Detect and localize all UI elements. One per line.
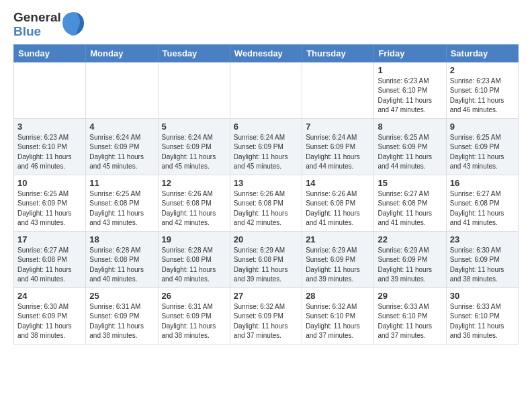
day-number: 6 xyxy=(234,122,298,132)
day-number: 12 xyxy=(162,178,226,188)
calendar-day-cell: 7Sunrise: 6:24 AM Sunset: 6:09 PM Daylig… xyxy=(302,118,374,175)
day-number: 16 xyxy=(450,178,515,188)
calendar-table: SundayMondayTuesdayWednesdayThursdayFrid… xyxy=(13,44,519,345)
day-info: Sunrise: 6:27 AM Sunset: 6:08 PM Dayligh… xyxy=(17,246,82,285)
day-number: 8 xyxy=(378,122,442,132)
calendar-day-cell: 21Sunrise: 6:29 AM Sunset: 6:09 PM Dayli… xyxy=(302,231,374,287)
day-info: Sunrise: 6:29 AM Sunset: 6:08 PM Dayligh… xyxy=(234,246,298,285)
calendar-day-cell: 9Sunrise: 6:25 AM Sunset: 6:09 PM Daylig… xyxy=(446,118,518,175)
calendar-day-cell: 23Sunrise: 6:30 AM Sunset: 6:09 PM Dayli… xyxy=(446,231,518,287)
day-number: 20 xyxy=(234,234,298,244)
day-info: Sunrise: 6:25 AM Sunset: 6:09 PM Dayligh… xyxy=(17,189,82,228)
calendar-day-cell: 17Sunrise: 6:27 AM Sunset: 6:08 PM Dayli… xyxy=(14,231,86,287)
day-number: 25 xyxy=(89,291,154,301)
calendar-day-cell xyxy=(86,62,158,118)
day-info: Sunrise: 6:25 AM Sunset: 6:09 PM Dayligh… xyxy=(378,133,442,172)
day-info: Sunrise: 6:23 AM Sunset: 6:10 PM Dayligh… xyxy=(17,133,82,172)
calendar-day-cell: 2Sunrise: 6:23 AM Sunset: 6:10 PM Daylig… xyxy=(446,62,518,118)
calendar-day-cell: 13Sunrise: 6:26 AM Sunset: 6:08 PM Dayli… xyxy=(230,175,302,231)
day-info: Sunrise: 6:29 AM Sunset: 6:09 PM Dayligh… xyxy=(306,246,370,285)
logo-blue-text: Blue xyxy=(13,25,61,39)
day-info: Sunrise: 6:28 AM Sunset: 6:08 PM Dayligh… xyxy=(162,246,226,285)
calendar-day-cell: 11Sunrise: 6:25 AM Sunset: 6:08 PM Dayli… xyxy=(86,175,158,231)
day-info: Sunrise: 6:30 AM Sunset: 6:09 PM Dayligh… xyxy=(450,246,515,285)
day-number: 23 xyxy=(450,234,515,244)
day-number: 5 xyxy=(162,122,226,132)
day-number: 24 xyxy=(17,291,82,301)
calendar-day-cell: 15Sunrise: 6:27 AM Sunset: 6:08 PM Dayli… xyxy=(374,175,446,231)
day-number: 2 xyxy=(450,65,515,75)
day-info: Sunrise: 6:28 AM Sunset: 6:08 PM Dayligh… xyxy=(89,246,154,285)
day-number: 13 xyxy=(234,178,298,188)
day-number: 19 xyxy=(162,234,226,244)
calendar-day-cell xyxy=(302,62,374,118)
day-info: Sunrise: 6:24 AM Sunset: 6:09 PM Dayligh… xyxy=(162,133,226,172)
page-header: General Blue xyxy=(0,0,532,44)
day-number: 15 xyxy=(378,178,442,188)
day-info: Sunrise: 6:31 AM Sunset: 6:09 PM Dayligh… xyxy=(89,302,154,341)
calendar-day-cell: 26Sunrise: 6:31 AM Sunset: 6:09 PM Dayli… xyxy=(158,287,230,344)
day-info: Sunrise: 6:24 AM Sunset: 6:09 PM Dayligh… xyxy=(306,133,370,172)
day-info: Sunrise: 6:31 AM Sunset: 6:09 PM Dayligh… xyxy=(162,302,226,341)
day-number: 28 xyxy=(306,291,370,301)
day-info: Sunrise: 6:24 AM Sunset: 6:09 PM Dayligh… xyxy=(89,133,154,172)
day-number: 30 xyxy=(450,291,515,301)
calendar-day-cell: 10Sunrise: 6:25 AM Sunset: 6:09 PM Dayli… xyxy=(14,175,86,231)
calendar-day-header: Wednesday xyxy=(230,44,302,62)
calendar-day-cell: 20Sunrise: 6:29 AM Sunset: 6:08 PM Dayli… xyxy=(230,231,302,287)
day-info: Sunrise: 6:26 AM Sunset: 6:08 PM Dayligh… xyxy=(234,189,298,228)
calendar-week-row: 3Sunrise: 6:23 AM Sunset: 6:10 PM Daylig… xyxy=(14,118,519,175)
calendar-body: 1Sunrise: 6:23 AM Sunset: 6:10 PM Daylig… xyxy=(14,62,519,344)
day-number: 4 xyxy=(89,122,154,132)
calendar-day-cell: 18Sunrise: 6:28 AM Sunset: 6:08 PM Dayli… xyxy=(86,231,158,287)
day-number: 17 xyxy=(17,234,82,244)
day-info: Sunrise: 6:30 AM Sunset: 6:09 PM Dayligh… xyxy=(17,302,82,341)
day-info: Sunrise: 6:23 AM Sunset: 6:10 PM Dayligh… xyxy=(378,77,442,116)
calendar-wrapper: SundayMondayTuesdayWednesdayThursdayFrid… xyxy=(0,44,532,351)
calendar-day-header: Friday xyxy=(374,44,446,62)
calendar-day-cell: 22Sunrise: 6:29 AM Sunset: 6:09 PM Dayli… xyxy=(374,231,446,287)
calendar-day-cell: 19Sunrise: 6:28 AM Sunset: 6:08 PM Dayli… xyxy=(158,231,230,287)
logo: General Blue xyxy=(13,11,84,39)
day-number: 22 xyxy=(378,234,442,244)
calendar-day-cell: 16Sunrise: 6:27 AM Sunset: 6:08 PM Dayli… xyxy=(446,175,518,231)
day-info: Sunrise: 6:24 AM Sunset: 6:09 PM Dayligh… xyxy=(234,133,298,172)
day-number: 14 xyxy=(306,178,370,188)
day-number: 27 xyxy=(234,291,298,301)
calendar-week-row: 10Sunrise: 6:25 AM Sunset: 6:09 PM Dayli… xyxy=(14,175,519,231)
day-info: Sunrise: 6:25 AM Sunset: 6:09 PM Dayligh… xyxy=(450,133,515,172)
day-number: 7 xyxy=(306,122,370,132)
calendar-day-cell xyxy=(230,62,302,118)
day-number: 29 xyxy=(378,291,442,301)
day-info: Sunrise: 6:27 AM Sunset: 6:08 PM Dayligh… xyxy=(378,189,442,228)
calendar-header: SundayMondayTuesdayWednesdayThursdayFrid… xyxy=(14,44,519,62)
day-number: 3 xyxy=(17,122,82,132)
calendar-week-row: 17Sunrise: 6:27 AM Sunset: 6:08 PM Dayli… xyxy=(14,231,519,287)
calendar-day-cell: 5Sunrise: 6:24 AM Sunset: 6:09 PM Daylig… xyxy=(158,118,230,175)
logo-icon xyxy=(62,11,84,36)
day-number: 21 xyxy=(306,234,370,244)
day-info: Sunrise: 6:33 AM Sunset: 6:10 PM Dayligh… xyxy=(450,302,515,341)
calendar-day-header: Tuesday xyxy=(158,44,230,62)
calendar-day-cell: 30Sunrise: 6:33 AM Sunset: 6:10 PM Dayli… xyxy=(446,287,518,344)
day-info: Sunrise: 6:25 AM Sunset: 6:08 PM Dayligh… xyxy=(89,189,154,228)
calendar-day-cell: 8Sunrise: 6:25 AM Sunset: 6:09 PM Daylig… xyxy=(374,118,446,175)
calendar-day-cell xyxy=(158,62,230,118)
calendar-header-row: SundayMondayTuesdayWednesdayThursdayFrid… xyxy=(14,44,519,62)
day-number: 11 xyxy=(89,178,154,188)
calendar-day-cell: 14Sunrise: 6:26 AM Sunset: 6:08 PM Dayli… xyxy=(302,175,374,231)
calendar-day-cell: 28Sunrise: 6:32 AM Sunset: 6:10 PM Dayli… xyxy=(302,287,374,344)
day-info: Sunrise: 6:29 AM Sunset: 6:09 PM Dayligh… xyxy=(378,246,442,285)
calendar-week-row: 1Sunrise: 6:23 AM Sunset: 6:10 PM Daylig… xyxy=(14,62,519,118)
calendar-day-cell: 24Sunrise: 6:30 AM Sunset: 6:09 PM Dayli… xyxy=(14,287,86,344)
day-number: 1 xyxy=(378,65,442,75)
calendar-day-header: Thursday xyxy=(302,44,374,62)
calendar-day-header: Monday xyxy=(86,44,158,62)
day-info: Sunrise: 6:26 AM Sunset: 6:08 PM Dayligh… xyxy=(162,189,226,228)
day-number: 9 xyxy=(450,122,515,132)
calendar-day-cell: 25Sunrise: 6:31 AM Sunset: 6:09 PM Dayli… xyxy=(86,287,158,344)
calendar-day-cell: 12Sunrise: 6:26 AM Sunset: 6:08 PM Dayli… xyxy=(158,175,230,231)
calendar-day-header: Sunday xyxy=(14,44,86,62)
day-info: Sunrise: 6:23 AM Sunset: 6:10 PM Dayligh… xyxy=(450,77,515,116)
calendar-day-cell: 29Sunrise: 6:33 AM Sunset: 6:10 PM Dayli… xyxy=(374,287,446,344)
